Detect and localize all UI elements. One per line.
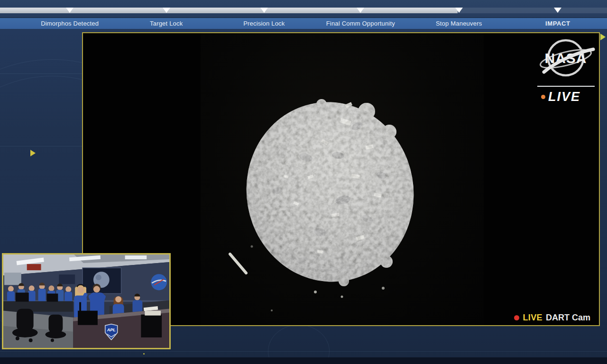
milestone-label-final-comm: Final Comm Opportunity bbox=[326, 20, 395, 27]
nasa-meatball-small bbox=[151, 274, 167, 290]
mission-control-video: APL bbox=[3, 255, 169, 348]
dart-cam-badge: LIVE DART Cam bbox=[514, 313, 590, 323]
decor-arrow-left bbox=[30, 150, 36, 156]
timeline-track bbox=[0, 8, 607, 13]
timeline-label-bar: Dimorphos Detected Target Lock Precision… bbox=[0, 18, 607, 29]
mission-timeline: Dimorphos Detected Target Lock Precision… bbox=[0, 0, 607, 29]
asteroid-dimorphos-image bbox=[201, 33, 484, 325]
live-dot-icon bbox=[541, 95, 545, 99]
milestone-marker-stop-maneuvers bbox=[455, 8, 463, 13]
nasa-live-badge: NASA LIVE bbox=[537, 35, 596, 104]
nasa-logo: NASA bbox=[537, 35, 596, 81]
apl-logo-text: APL bbox=[107, 328, 116, 332]
record-dot-icon bbox=[514, 315, 519, 320]
dart-cam-footage bbox=[201, 33, 484, 325]
cam-live-label: LIVE bbox=[523, 313, 543, 323]
decor-line bbox=[0, 73, 82, 74]
nasa-live-label: LIVE bbox=[548, 90, 580, 104]
decor-line bbox=[0, 351, 607, 352]
decor-dot bbox=[143, 353, 145, 355]
milestone-marker-precision-lock bbox=[260, 8, 268, 13]
milestone-marker-dimorphos-detected bbox=[66, 8, 74, 13]
mission-control-pip: APL bbox=[2, 253, 171, 349]
decor-arrow-right bbox=[600, 34, 606, 40]
broadcast-stage-background: NASA LIVE LIVE DART Cam bbox=[0, 29, 607, 364]
milestone-label-precision-lock: Precision Lock bbox=[243, 20, 285, 27]
decor-line bbox=[0, 146, 82, 146]
milestone-label-dimorphos-detected: Dimorphos Detected bbox=[41, 20, 99, 27]
milestone-label-stop-maneuvers: Stop Maneuvers bbox=[436, 20, 482, 27]
milestone-label-target-lock: Target Lock bbox=[150, 20, 183, 27]
milestone-marker-target-lock bbox=[163, 8, 170, 13]
milestone-label-impact: IMPACT bbox=[545, 20, 570, 27]
milestone-marker-final-comm bbox=[357, 8, 364, 13]
cam-name-label: DART Cam bbox=[546, 313, 590, 323]
bottom-dark-strip bbox=[0, 357, 607, 364]
milestone-marker-impact bbox=[554, 8, 561, 13]
nasa-badge-divider bbox=[537, 86, 595, 87]
